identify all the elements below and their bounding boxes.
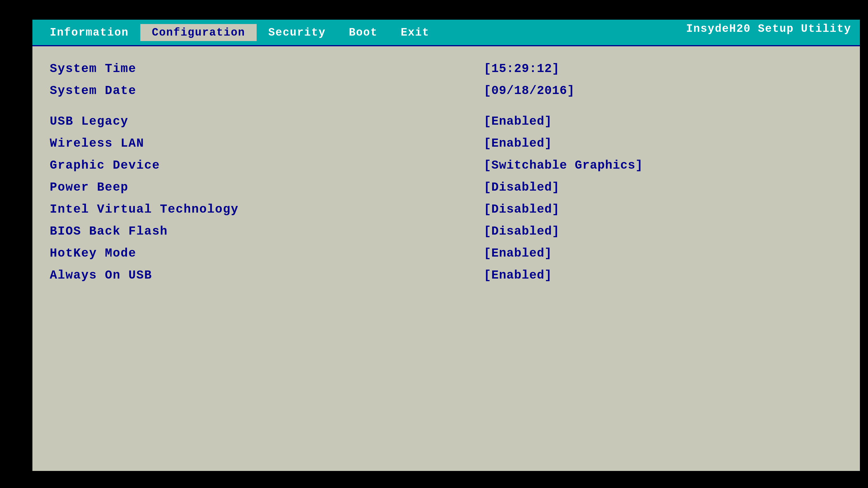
menu-item-configuration[interactable]: Configuration (140, 24, 257, 41)
spacer1 (50, 102, 842, 110)
system-time-label: System Time (50, 62, 310, 76)
app-title: InsydeH20 Setup Utility (686, 23, 851, 35)
menu-item-information[interactable]: Information (38, 24, 140, 41)
graphic-device-value: [Switchable Graphics] (484, 159, 643, 172)
usb-legacy-row[interactable]: USB Legacy [Enabled] (50, 110, 842, 132)
content-area: System Time [15:29:12] System Date [09/1… (32, 46, 860, 471)
usb-legacy-value: [Enabled] (484, 115, 552, 128)
always-on-usb-label: Always On USB (50, 268, 310, 282)
bios-back-flash-row[interactable]: BIOS Back Flash [Disabled] (50, 220, 842, 242)
menu-items: Information Configuration Security Boot … (32, 24, 441, 41)
intel-vt-value: [Disabled] (484, 202, 560, 216)
menu-item-exit[interactable]: Exit (389, 24, 441, 41)
intel-vt-row[interactable]: Intel Virtual Technology [Disabled] (50, 198, 842, 220)
system-date-value: [09/18/2016] (484, 84, 575, 98)
graphic-device-row[interactable]: Graphic Device [Switchable Graphics] (50, 155, 842, 176)
system-time-value: [15:29:12] (484, 62, 560, 76)
system-date-label: System Date (50, 84, 310, 98)
wireless-lan-label: Wireless LAN (50, 136, 310, 151)
wireless-lan-row[interactable]: Wireless LAN [Enabled] (50, 132, 842, 155)
menu-item-boot[interactable]: Boot (337, 24, 389, 41)
menu-item-security[interactable]: Security (257, 24, 337, 41)
wireless-lan-value: [Enabled] (484, 136, 552, 151)
system-time-row[interactable]: System Time [15:29:12] (50, 58, 842, 80)
hotkey-mode-value: [Enabled] (484, 247, 552, 260)
power-beep-row[interactable]: Power Beep [Disabled] (50, 176, 842, 198)
always-on-usb-value: [Enabled] (484, 268, 552, 282)
graphic-device-label: Graphic Device (50, 159, 310, 172)
always-on-usb-row[interactable]: Always On USB [Enabled] (50, 264, 842, 286)
usb-legacy-label: USB Legacy (50, 115, 310, 128)
power-beep-label: Power Beep (50, 181, 310, 194)
power-beep-value: [Disabled] (484, 181, 560, 194)
bios-screen: Information Configuration Security Boot … (32, 20, 860, 471)
system-date-row[interactable]: System Date [09/18/2016] (50, 80, 842, 102)
bios-back-flash-value: [Disabled] (484, 225, 560, 238)
bios-back-flash-label: BIOS Back Flash (50, 225, 310, 238)
intel-vt-label: Intel Virtual Technology (50, 202, 310, 216)
hotkey-mode-row[interactable]: HotKey Mode [Enabled] (50, 242, 842, 264)
hotkey-mode-label: HotKey Mode (50, 247, 310, 260)
menu-bar: Information Configuration Security Boot … (32, 20, 860, 45)
